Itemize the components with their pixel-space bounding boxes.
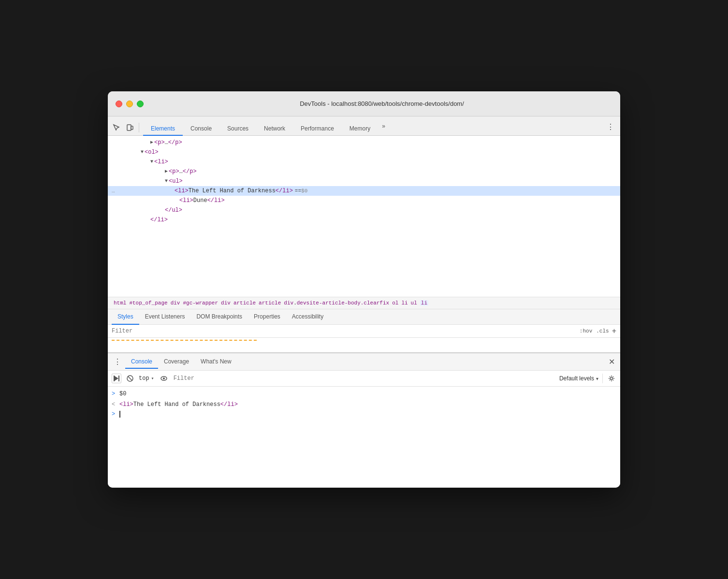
add-style-button[interactable]: + (612, 327, 616, 335)
dom-tree[interactable]: ▶ <p>…</p> ▼ <ol> ▼ <li> ▶ <p>…</p> (108, 136, 620, 297)
device-toolbar-icon[interactable] (125, 123, 135, 132)
hov-button[interactable]: :hov (580, 328, 592, 334)
dom-close-tag: </li> (207, 196, 225, 205)
live-expressions-button[interactable] (158, 373, 170, 384)
dom-text: Dune (193, 196, 207, 205)
tab-performance[interactable]: Performance (293, 122, 342, 136)
breadcrumb-ol[interactable]: ol (392, 300, 398, 306)
dom-line[interactable]: ▼ <ol> (108, 147, 620, 157)
breadcrumb-li1[interactable]: li (401, 300, 408, 306)
console-filter-input[interactable] (174, 375, 555, 382)
dom-line-selected[interactable]: … <li>The Left Hand of Darkness</li> == … (108, 186, 620, 196)
return-open-tag: <li> (119, 401, 133, 408)
close-button[interactable] (116, 101, 122, 107)
breadcrumb-html[interactable]: html (114, 300, 126, 306)
cursor (119, 411, 120, 418)
return-close-tag: </li> (220, 401, 238, 408)
tab-console-panel[interactable]: Console (125, 355, 158, 369)
dom-line[interactable]: </ul> (108, 205, 620, 215)
styles-tabs: Styles Event Listeners DOM Breakpoints P… (108, 309, 620, 325)
dom-tag: <li> (175, 186, 189, 196)
return-prompt-icon: < (112, 400, 117, 409)
console-new-input[interactable]: > (108, 410, 620, 419)
breadcrumb-li2[interactable]: li (420, 300, 428, 306)
devtools-window: DevTools - localhost:8080/web/tools/chro… (108, 91, 620, 488)
tab-styles[interactable]: Styles (112, 309, 139, 325)
dom-line[interactable]: ▼ <ul> (108, 176, 620, 186)
new-prompt-icon: > (112, 411, 117, 418)
tree-triangle[interactable]: ▶ (165, 167, 168, 176)
console-context-selector[interactable]: top ▾ (139, 375, 154, 382)
console-panel: ⋮ Console Coverage What's New ✕ (108, 352, 620, 488)
console-close-button[interactable]: ✕ (607, 357, 616, 367)
tree-triangle[interactable]: ▼ (141, 147, 144, 157)
dom-tag: <p> (154, 138, 165, 147)
breadcrumb-article2[interactable]: article (259, 300, 281, 306)
cls-button[interactable]: .cls (596, 328, 609, 334)
tab-elements[interactable]: Elements (143, 122, 183, 136)
console-settings-icon[interactable] (607, 374, 616, 383)
dom-line[interactable]: ▶ <p>…</p> (108, 138, 620, 147)
styles-filter-bar: :hov .cls + (108, 325, 620, 338)
console-tabs-bar: ⋮ Console Coverage What's New ✕ (108, 353, 620, 371)
console-toolbar: top ▾ Default levels ▾ (108, 371, 620, 387)
tree-triangle[interactable]: ▼ (150, 157, 153, 167)
toolbar-divider (139, 123, 139, 132)
dom-line[interactable]: </li> (108, 215, 620, 225)
tab-memory[interactable]: Memory (342, 122, 378, 136)
svg-rect-0 (127, 125, 131, 130)
element-dashed-line (112, 340, 257, 341)
dom-tag: <ul> (169, 176, 183, 186)
dom-line[interactable]: <li>Dune</li> (108, 196, 620, 205)
dom-tag: <li> (179, 196, 193, 205)
levels-label: Default levels (559, 375, 594, 382)
input-prompt-icon: > (112, 390, 117, 398)
tree-triangle[interactable]: ▶ (150, 138, 153, 147)
styles-filter-input[interactable] (112, 328, 578, 334)
breadcrumb-div2[interactable]: div (221, 300, 231, 306)
breadcrumb-article1[interactable]: article (233, 300, 256, 306)
tree-triangle[interactable]: ▼ (165, 176, 168, 186)
breadcrumb-top-of-page[interactable]: #top_of_page (129, 300, 167, 306)
tab-event-listeners[interactable]: Event Listeners (139, 309, 191, 325)
maximize-button[interactable] (137, 101, 144, 107)
tab-more[interactable]: » (378, 120, 389, 132)
dom-line[interactable]: ▶ <p>…</p> (108, 167, 620, 176)
toolbar-icons (112, 123, 135, 135)
breadcrumb-gc-wrapper[interactable]: #gc-wrapper (183, 300, 218, 306)
tab-coverage[interactable]: Coverage (158, 355, 195, 369)
levels-arrow-icon: ▾ (596, 376, 598, 381)
traffic-lights (116, 101, 144, 107)
tab-console[interactable]: Console (183, 122, 219, 136)
inspect-icon[interactable] (112, 123, 121, 132)
tab-dom-breakpoints[interactable]: DOM Breakpoints (190, 309, 248, 325)
breadcrumb-div1[interactable]: div (171, 300, 180, 306)
console-menu-icon[interactable]: ⋮ (112, 356, 123, 368)
svg-point-9 (611, 377, 613, 380)
dom-close-tag: </li> (276, 186, 293, 196)
devtools-menu-icon[interactable]: ⋮ (605, 121, 616, 132)
console-output[interactable]: > $0 < <li>The Left Hand of Darkness</li… (108, 387, 620, 488)
tab-sources[interactable]: Sources (219, 122, 256, 136)
breadcrumb-ul[interactable]: ul (411, 300, 417, 306)
tab-accessibility[interactable]: Accessibility (286, 309, 329, 325)
dom-text: … (165, 138, 168, 147)
dom-close-tag: </p> (183, 167, 197, 176)
console-command: $0 (119, 390, 126, 398)
tab-whats-new[interactable]: What's New (195, 355, 237, 369)
minimize-button[interactable] (126, 101, 133, 107)
svg-rect-3 (114, 376, 115, 381)
log-levels-dropdown[interactable]: Default levels ▾ (559, 375, 598, 382)
dom-tag: <li> (154, 157, 168, 167)
context-arrow-icon: ▾ (151, 376, 154, 381)
tab-network[interactable]: Network (256, 122, 293, 136)
run-script-button[interactable] (112, 374, 121, 383)
dom-text: … (179, 167, 183, 176)
console-return-value: <li>The Left Hand of Darkness</li> (119, 400, 238, 409)
tab-properties[interactable]: Properties (248, 309, 286, 325)
clear-console-button[interactable] (125, 374, 135, 383)
dom-tag: <ol> (145, 147, 159, 157)
breadcrumb-div-clearfix[interactable]: div.devsite-article-body.clearfix (284, 300, 389, 306)
dom-tag: <p> (169, 167, 179, 176)
dom-line[interactable]: ▼ <li> (108, 157, 620, 167)
